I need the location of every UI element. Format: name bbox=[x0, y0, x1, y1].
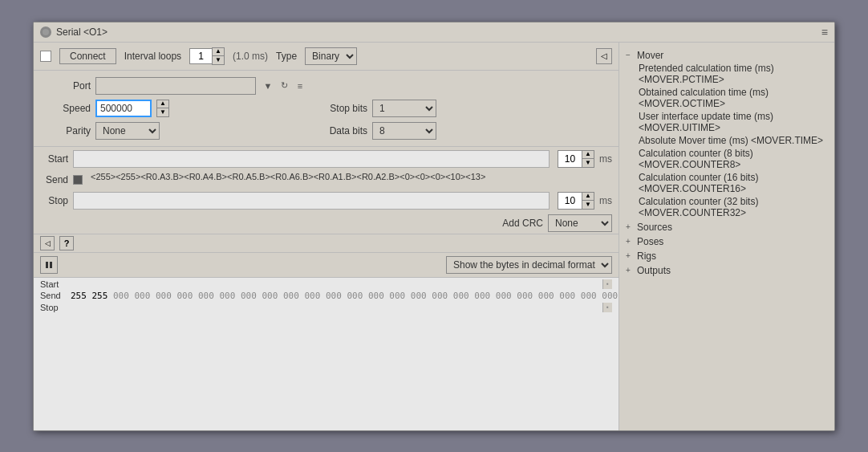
send-checkbox[interactable] bbox=[73, 175, 83, 185]
svg-rect-2 bbox=[50, 262, 52, 268]
start-ms-label: ms bbox=[599, 153, 612, 165]
mover-item-counter8[interactable]: Calculation counter (8 bits) <MOVER.COUN… bbox=[626, 147, 828, 171]
stop-input[interactable] bbox=[73, 192, 550, 210]
speed-down-button[interactable]: ▼ bbox=[157, 108, 168, 116]
pause-button[interactable] bbox=[40, 256, 58, 274]
svg-point-0 bbox=[43, 29, 49, 35]
log-start-container: Start ▪ bbox=[40, 279, 612, 289]
outputs-toggle-icon: + bbox=[626, 266, 634, 275]
stop-row: Stop ▲ ▼ ms bbox=[40, 192, 612, 210]
mover-item-time[interactable]: Absolute Mover time (ms) <MOVER.TIME> bbox=[626, 134, 828, 147]
start-input[interactable] bbox=[73, 150, 550, 168]
stop-time-spinner: ▲ ▼ bbox=[558, 192, 594, 210]
mover-item-counter16[interactable]: Calculation counter (16 bits) <MOVER.COU… bbox=[626, 171, 828, 195]
port-refresh-button[interactable]: ↻ bbox=[277, 79, 291, 93]
log-rows: Start ▪ Send 255 255 000 000 000 000 000 bbox=[34, 278, 619, 430]
sources-section: + Sources bbox=[626, 221, 828, 234]
type-select[interactable]: Binary Text Hex bbox=[305, 47, 357, 65]
mover-item-uitime[interactable]: User interface update time (ms) <MOVER.U… bbox=[626, 110, 828, 134]
speed-spinner-buttons: ▲ ▼ bbox=[156, 100, 169, 117]
mover-item-pctime[interactable]: Pretended calculation time (ms) <MOVER.P… bbox=[626, 62, 828, 86]
log-send-value: 255 255 000 000 000 000 000 000 000 000 … bbox=[71, 291, 619, 301]
help-button[interactable]: ? bbox=[59, 236, 74, 250]
start-label: Start bbox=[40, 153, 68, 165]
mover-label: Mover bbox=[637, 50, 663, 61]
config-column-right: Stop bits 1 1.5 2 Data bits 8 7 bbox=[323, 77, 436, 140]
connect-button[interactable]: Connect bbox=[59, 48, 116, 64]
log-stop-container: Stop ▪ bbox=[40, 303, 612, 312]
speed-up-button[interactable]: ▲ bbox=[157, 100, 168, 108]
stop-time-input[interactable] bbox=[558, 192, 582, 210]
port-list-button[interactable]: ≡ bbox=[293, 79, 307, 93]
outputs-section: + Outputs bbox=[626, 264, 828, 277]
right-panel: − Mover Pretended calculation time (ms) … bbox=[619, 43, 834, 430]
stop-bits-row: Stop bits 1 1.5 2 bbox=[323, 100, 436, 117]
title-bar-left: Serial <O1> bbox=[40, 26, 107, 38]
mover-section: − Mover Pretended calculation time (ms) … bbox=[626, 49, 828, 219]
connect-checkbox[interactable] bbox=[40, 51, 51, 62]
top-toolbar: Connect Interval loops ▲ ▼ (1.0 ms) Type… bbox=[34, 43, 619, 71]
window-title: Serial <O1> bbox=[56, 26, 107, 38]
interval-ms-label: (1.0 ms) bbox=[233, 51, 268, 62]
outputs-header[interactable]: + Outputs bbox=[626, 264, 828, 277]
window-menu-icon[interactable]: ≡ bbox=[821, 26, 828, 39]
poses-header[interactable]: + Poses bbox=[626, 235, 828, 248]
interval-down-button[interactable]: ▼ bbox=[213, 56, 224, 64]
interval-label: Interval loops bbox=[124, 51, 181, 62]
svg-rect-1 bbox=[46, 262, 48, 268]
crc-select[interactable]: None CRC8 CRC16 bbox=[548, 214, 612, 232]
interval-input[interactable] bbox=[189, 48, 212, 64]
byte-255-1: 255 bbox=[71, 291, 92, 301]
title-bar: Serial <O1> ≡ bbox=[34, 22, 834, 43]
log-toolbar: Show the bytes in decimal format Show th… bbox=[34, 253, 619, 278]
log-start-scrollbar: ▪ bbox=[602, 279, 612, 289]
start-time-input[interactable] bbox=[558, 150, 582, 168]
data-bits-select[interactable]: 8 7 6 5 bbox=[372, 122, 436, 140]
port-dropdown-button[interactable]: ▼ bbox=[261, 79, 275, 93]
send-text: <255><255><R0.A3.B><R0.A4.B><R0.A5.B><R0… bbox=[87, 171, 612, 189]
nav-back-button[interactable]: ◁ bbox=[40, 236, 55, 250]
config-column-left: Port ▼ ↻ ≡ Speed ▲ ▼ bbox=[47, 77, 307, 140]
rigs-toggle-icon: + bbox=[626, 251, 634, 260]
main-content: Connect Interval loops ▲ ▼ (1.0 ms) Type… bbox=[34, 43, 834, 430]
mover-item-octime[interactable]: Obtained calculation time (ms) <MOVER.OC… bbox=[626, 86, 828, 110]
data-bits-label: Data bits bbox=[323, 125, 367, 136]
stop-time-up[interactable]: ▲ bbox=[582, 193, 594, 201]
mover-item-counter32[interactable]: Calculation counter (32 bits) <MOVER.COU… bbox=[626, 195, 828, 219]
stop-time-spinner-buttons: ▲ ▼ bbox=[582, 192, 594, 210]
start-time-down[interactable]: ▼ bbox=[582, 159, 594, 167]
log-send-row: Send 255 255 000 000 000 000 000 000 000… bbox=[40, 291, 619, 301]
interval-spinner: ▲ ▼ bbox=[189, 47, 225, 65]
send-row: Send <255><255><R0.A3.B><R0.A4.B><R0.A5.… bbox=[40, 171, 612, 189]
data-bits-row: Data bits 8 7 6 5 bbox=[323, 122, 436, 140]
parity-row: Parity None Even Odd bbox=[47, 122, 307, 140]
stop-time-down[interactable]: ▼ bbox=[582, 201, 594, 209]
speed-row: Speed ▲ ▼ bbox=[47, 100, 307, 117]
interval-up-button[interactable]: ▲ bbox=[213, 48, 224, 56]
config-section: Port ▼ ↻ ≡ Speed ▲ ▼ bbox=[34, 71, 619, 147]
poses-section: + Poses bbox=[626, 235, 828, 248]
log-section: Show the bytes in decimal format Show th… bbox=[34, 253, 619, 430]
sources-header[interactable]: + Sources bbox=[626, 221, 828, 234]
data-rows-section: Start ▲ ▼ ms Send <255><255><R0. bbox=[34, 147, 619, 213]
log-start-label: Start bbox=[40, 279, 66, 289]
port-row: Port ▼ ↻ ≡ bbox=[47, 77, 307, 95]
left-panel: Connect Interval loops ▲ ▼ (1.0 ms) Type… bbox=[34, 43, 619, 430]
collapse-button[interactable]: ◁ bbox=[596, 48, 612, 64]
rigs-header[interactable]: + Rigs bbox=[626, 250, 828, 263]
log-start-row: Start bbox=[40, 279, 602, 289]
log-format-select[interactable]: Show the bytes in decimal format Show th… bbox=[446, 256, 612, 274]
stop-label: Stop bbox=[40, 195, 68, 206]
right-tree: − Mover Pretended calculation time (ms) … bbox=[619, 46, 834, 282]
log-stop-row: Stop bbox=[40, 303, 602, 312]
stop-bits-select[interactable]: 1 1.5 2 bbox=[372, 100, 436, 117]
log-stop-label: Stop bbox=[40, 303, 66, 312]
byte-000-group: 000 000 000 000 000 000 000 000 000 000 … bbox=[113, 291, 619, 301]
log-stop-scrollbar: ▪ bbox=[602, 303, 612, 312]
parity-select[interactable]: None Even Odd bbox=[95, 122, 160, 140]
port-input[interactable] bbox=[95, 77, 256, 95]
start-time-up[interactable]: ▲ bbox=[582, 151, 594, 159]
speed-input[interactable] bbox=[95, 100, 152, 117]
mover-toggle-icon: − bbox=[626, 51, 634, 59]
mover-header[interactable]: − Mover bbox=[626, 49, 828, 62]
